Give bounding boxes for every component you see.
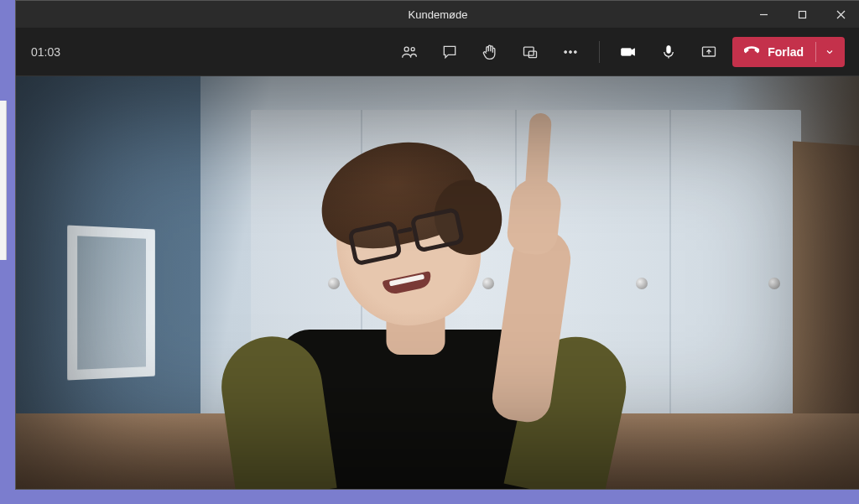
share-screen-button[interactable]: [692, 35, 726, 69]
window-title: Kundemøde: [409, 8, 468, 21]
titlebar[interactable]: Kundemøde: [16, 1, 859, 28]
participants-button[interactable]: [393, 35, 426, 69]
svg-point-5: [411, 47, 414, 50]
svg-point-4: [404, 47, 409, 51]
breakout-rooms-button[interactable]: [513, 35, 547, 69]
window-controls: [744, 1, 859, 28]
minimize-button[interactable]: [744, 1, 783, 28]
leave-label: Forlad: [768, 45, 804, 59]
toolbar-divider: [599, 41, 600, 63]
svg-point-10: [575, 50, 577, 53]
leave-dropdown[interactable]: [815, 42, 840, 62]
meeting-toolbar: 01:03: [16, 28, 859, 76]
camera-button[interactable]: [612, 35, 645, 69]
svg-rect-7: [529, 51, 537, 57]
svg-point-8: [565, 50, 567, 53]
maximize-button[interactable]: [783, 1, 821, 28]
more-actions-button[interactable]: [554, 35, 587, 69]
call-timer: 01:03: [31, 45, 60, 59]
hangup-icon: [744, 43, 759, 60]
svg-point-9: [570, 50, 572, 53]
raise-hand-button[interactable]: [473, 35, 507, 69]
svg-rect-11: [667, 45, 671, 53]
video-feed[interactable]: [16, 76, 859, 489]
chat-button[interactable]: [433, 35, 466, 69]
close-button[interactable]: [821, 1, 859, 28]
video-vignette: [16, 76, 859, 489]
background-window-sliver: [0, 101, 7, 260]
microphone-button[interactable]: [652, 35, 685, 69]
svg-rect-1: [799, 11, 805, 18]
leave-button[interactable]: Forlad: [732, 37, 845, 67]
meeting-window: Kundemøde 01:03: [15, 0, 859, 490]
